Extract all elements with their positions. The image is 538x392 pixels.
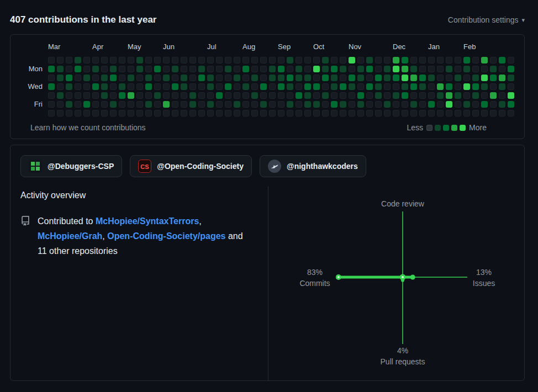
contribution-cell[interactable] — [110, 110, 117, 116]
contribution-cell[interactable] — [119, 75, 125, 81]
contribution-cell[interactable] — [234, 66, 240, 72]
contribution-cell[interactable] — [340, 83, 346, 90]
contribution-cell[interactable] — [181, 57, 187, 63]
contribution-cell[interactable] — [481, 66, 488, 72]
contribution-cell[interactable] — [207, 75, 214, 81]
contribution-cell[interactable] — [145, 75, 152, 81]
contribution-cell[interactable] — [207, 92, 214, 99]
contribution-cell[interactable] — [83, 110, 90, 116]
contribution-cell[interactable] — [313, 75, 320, 81]
contribution-cell[interactable] — [66, 75, 72, 81]
contribution-cell[interactable] — [145, 110, 152, 116]
contribution-cell[interactable] — [119, 101, 125, 108]
contribution-cell[interactable] — [145, 83, 152, 90]
contribution-cell[interactable] — [278, 66, 284, 72]
contribution-cell[interactable] — [225, 110, 231, 116]
contribution-cell[interactable] — [75, 83, 81, 90]
contribution-cell[interactable] — [216, 75, 223, 81]
contribution-cell[interactable] — [375, 101, 382, 108]
contribution-cell[interactable] — [216, 83, 223, 90]
contribution-cell[interactable] — [287, 57, 293, 63]
contribution-cell[interactable] — [181, 101, 187, 108]
contribution-cell[interactable] — [428, 66, 435, 72]
contribution-cell[interactable] — [393, 57, 399, 63]
contribution-cell[interactable] — [490, 110, 497, 116]
contribution-cell[interactable] — [251, 57, 258, 63]
contribution-cell[interactable] — [322, 57, 329, 63]
contribution-cell[interactable] — [455, 110, 461, 116]
contribution-cell[interactable] — [57, 110, 64, 116]
contribution-cell[interactable] — [296, 83, 302, 90]
contribution-cell[interactable] — [481, 92, 488, 99]
contribution-cell[interactable] — [101, 101, 108, 108]
contribution-cell[interactable] — [393, 110, 399, 116]
contribution-cell[interactable] — [366, 101, 373, 108]
contribution-cell[interactable] — [225, 66, 231, 72]
contribution-cell[interactable] — [225, 101, 231, 108]
contribution-cell[interactable] — [242, 110, 249, 116]
contribution-cell[interactable] — [48, 57, 55, 63]
contribution-cell[interactable] — [269, 75, 276, 81]
contribution-cell[interactable] — [402, 92, 408, 99]
contribution-cell[interactable] — [313, 57, 320, 63]
contribution-cell[interactable] — [455, 101, 461, 108]
contribution-cell[interactable] — [375, 66, 382, 72]
contribution-cell[interactable] — [83, 57, 90, 63]
contribution-cell[interactable] — [145, 101, 152, 108]
contribution-cell[interactable] — [393, 75, 399, 81]
contribution-cell[interactable] — [296, 110, 302, 116]
contribution-cell[interactable] — [437, 110, 444, 116]
contribution-cell[interactable] — [331, 75, 337, 81]
contribution-cell[interactable] — [446, 92, 452, 99]
contribution-cell[interactable] — [410, 92, 417, 99]
contribution-cell[interactable] — [313, 101, 320, 108]
contribution-cell[interactable] — [463, 110, 470, 116]
contribution-cell[interactable] — [331, 101, 337, 108]
contribution-cell[interactable] — [128, 66, 134, 72]
contribution-cell[interactable] — [83, 92, 90, 99]
contribution-cell[interactable] — [101, 110, 108, 116]
contribution-cell[interactable] — [66, 83, 72, 90]
contribution-cell[interactable] — [242, 75, 249, 81]
contribution-cell[interactable] — [419, 92, 426, 99]
contribution-cell[interactable] — [278, 92, 284, 99]
contribution-cell[interactable] — [110, 92, 117, 99]
contribution-cell[interactable] — [181, 92, 187, 99]
contribution-cell[interactable] — [242, 92, 249, 99]
contribution-cell[interactable] — [66, 92, 72, 99]
contribution-cell[interactable] — [410, 83, 417, 90]
contribution-cell[interactable] — [455, 75, 461, 81]
contribution-cell[interactable] — [508, 75, 514, 81]
contribution-cell[interactable] — [490, 75, 497, 81]
contribution-cell[interactable] — [198, 101, 205, 108]
contribution-cell[interactable] — [278, 75, 284, 81]
contribution-cell[interactable] — [340, 57, 346, 63]
contribution-cell[interactable] — [490, 101, 497, 108]
contribution-cell[interactable] — [384, 101, 391, 108]
contribution-cell[interactable] — [198, 92, 205, 99]
contribution-cell[interactable] — [402, 110, 408, 116]
contribution-cell[interactable] — [287, 101, 293, 108]
contribution-cell[interactable] — [57, 75, 64, 81]
contribution-cell[interactable] — [446, 110, 452, 116]
contribution-cell[interactable] — [92, 110, 99, 116]
org-filter-open-coding-society[interactable]: CS@Open-Coding-Society — [130, 155, 252, 177]
contribution-cell[interactable] — [357, 66, 364, 72]
contribution-cell[interactable] — [508, 101, 514, 108]
contribution-cell[interactable] — [181, 83, 187, 90]
contribution-cell[interactable] — [75, 75, 81, 81]
contribution-cell[interactable] — [375, 110, 382, 116]
contribution-cell[interactable] — [322, 75, 329, 81]
contribution-cell[interactable] — [410, 75, 417, 81]
contribution-cell[interactable] — [163, 83, 170, 90]
contribution-cell[interactable] — [446, 83, 452, 90]
contribution-cell[interactable] — [163, 75, 170, 81]
contribution-cell[interactable] — [481, 75, 488, 81]
contribution-cell[interactable] — [269, 83, 276, 90]
contribution-cell[interactable] — [349, 66, 355, 72]
contribution-cell[interactable] — [287, 66, 293, 72]
contribution-cell[interactable] — [278, 83, 284, 90]
contribution-cell[interactable] — [57, 57, 64, 63]
contribution-cell[interactable] — [366, 66, 373, 72]
contribution-cell[interactable] — [225, 75, 231, 81]
